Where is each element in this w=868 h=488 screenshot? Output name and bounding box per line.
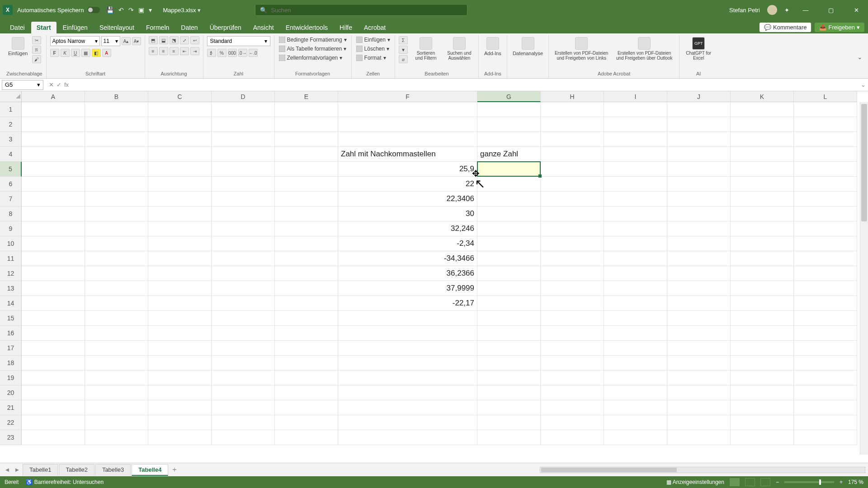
align-top-icon[interactable]: ⬒ bbox=[149, 36, 158, 44]
column-header-D[interactable]: D bbox=[212, 91, 275, 102]
column-header-J[interactable]: J bbox=[667, 91, 731, 102]
cell-D5[interactable] bbox=[212, 162, 275, 177]
row-header-10[interactable]: 10 bbox=[0, 236, 22, 251]
cell-L20[interactable] bbox=[794, 385, 857, 400]
cell-A19[interactable] bbox=[22, 371, 85, 385]
cell-G5[interactable] bbox=[477, 162, 541, 177]
cell-F19[interactable] bbox=[338, 371, 477, 385]
format-as-table-button[interactable]: Als Tabelle formatieren ▾ bbox=[278, 45, 348, 52]
italic-button[interactable]: K bbox=[61, 49, 70, 57]
cell-A9[interactable] bbox=[22, 221, 85, 236]
cell-D12[interactable] bbox=[212, 266, 275, 281]
cell-K4[interactable] bbox=[731, 147, 794, 162]
cell-G13[interactable] bbox=[477, 281, 541, 296]
cell-G21[interactable] bbox=[477, 400, 541, 415]
cell-I5[interactable] bbox=[604, 162, 667, 177]
ribbon-tab-start[interactable]: Start bbox=[31, 22, 57, 33]
cell-C14[interactable] bbox=[148, 296, 212, 311]
cell-G12[interactable] bbox=[477, 266, 541, 281]
row-header-5[interactable]: 5 bbox=[0, 162, 22, 177]
align-left-icon[interactable]: ≡ bbox=[149, 47, 158, 55]
format-cells-button[interactable]: Format ▾ bbox=[355, 54, 387, 61]
row-header-13[interactable]: 13 bbox=[0, 281, 22, 296]
row-header-19[interactable]: 19 bbox=[0, 371, 22, 385]
cell-C9[interactable] bbox=[148, 221, 212, 236]
cell-H2[interactable] bbox=[541, 117, 604, 132]
cell-F20[interactable] bbox=[338, 385, 477, 400]
redo-icon[interactable]: ↷ bbox=[128, 6, 134, 14]
spreadsheet-grid[interactable]: ABCDEFGHIJKL 123456789101112131415161718… bbox=[0, 91, 868, 463]
cell-C18[interactable] bbox=[148, 356, 212, 371]
cell-G18[interactable] bbox=[477, 356, 541, 371]
find-select-button[interactable]: Suchen und Auswählen bbox=[444, 36, 475, 61]
currency-icon[interactable]: ₿ bbox=[207, 49, 216, 57]
cell-I18[interactable] bbox=[604, 356, 667, 371]
diamond-icon[interactable]: ✦ bbox=[784, 7, 789, 14]
cell-E5[interactable] bbox=[275, 162, 338, 177]
cell-G19[interactable] bbox=[477, 371, 541, 385]
cell-H22[interactable] bbox=[541, 415, 604, 430]
cell-I1[interactable] bbox=[604, 102, 667, 117]
sheet-nav-next-icon[interactable]: ► bbox=[13, 466, 22, 473]
autosum-icon[interactable]: Σ bbox=[399, 36, 408, 44]
pdf-share-outlook-button[interactable]: Erstellen von PDF-Dateien und Freigeben … bbox=[613, 36, 675, 61]
avatar[interactable] bbox=[767, 5, 777, 15]
ribbon-tab-hilfe[interactable]: Hilfe bbox=[334, 22, 358, 33]
row-header-20[interactable]: 20 bbox=[0, 385, 22, 400]
normal-view-icon[interactable] bbox=[730, 478, 740, 486]
cell-F11[interactable]: -34,3466 bbox=[338, 251, 477, 266]
title-dropdown-icon[interactable]: ▾ bbox=[198, 7, 201, 14]
cell-A15[interactable] bbox=[22, 311, 85, 326]
row-header-3[interactable]: 3 bbox=[0, 132, 22, 147]
cell-I21[interactable] bbox=[604, 400, 667, 415]
cell-L18[interactable] bbox=[794, 356, 857, 371]
cell-K22[interactable] bbox=[731, 415, 794, 430]
border-icon[interactable]: ▦ bbox=[81, 49, 90, 57]
cell-K15[interactable] bbox=[731, 311, 794, 326]
cell-I6[interactable] bbox=[604, 177, 667, 192]
cell-K20[interactable] bbox=[731, 385, 794, 400]
column-header-A[interactable]: A bbox=[22, 91, 85, 102]
cell-K16[interactable] bbox=[731, 326, 794, 341]
cell-J2[interactable] bbox=[667, 117, 731, 132]
cell-H20[interactable] bbox=[541, 385, 604, 400]
cell-J9[interactable] bbox=[667, 221, 731, 236]
cell-F22[interactable] bbox=[338, 415, 477, 430]
align-center-icon[interactable]: ≡ bbox=[159, 47, 168, 55]
cell-E20[interactable] bbox=[275, 385, 338, 400]
cell-H18[interactable] bbox=[541, 356, 604, 371]
cell-B13[interactable] bbox=[85, 281, 148, 296]
cell-C13[interactable] bbox=[148, 281, 212, 296]
comma-icon[interactable]: 000 bbox=[228, 49, 237, 57]
cell-D8[interactable] bbox=[212, 206, 275, 221]
cell-D23[interactable] bbox=[212, 430, 275, 445]
ribbon-tab-entwicklertools[interactable]: Entwicklertools bbox=[280, 22, 333, 33]
cell-H16[interactable] bbox=[541, 326, 604, 341]
cell-J3[interactable] bbox=[667, 132, 731, 147]
cell-H12[interactable] bbox=[541, 266, 604, 281]
cell-B15[interactable] bbox=[85, 311, 148, 326]
toggle-switch-icon[interactable] bbox=[87, 7, 100, 13]
zoom-level[interactable]: 175 % bbox=[848, 479, 863, 485]
cell-K10[interactable] bbox=[731, 236, 794, 251]
cell-I10[interactable] bbox=[604, 236, 667, 251]
cell-D22[interactable] bbox=[212, 415, 275, 430]
sheet-tab-tabelle3[interactable]: Tabelle3 bbox=[95, 464, 131, 476]
column-header-E[interactable]: E bbox=[275, 91, 338, 102]
cell-K11[interactable] bbox=[731, 251, 794, 266]
save-icon[interactable]: 💾 bbox=[106, 6, 114, 14]
cell-B18[interactable] bbox=[85, 356, 148, 371]
cell-G10[interactable] bbox=[477, 236, 541, 251]
font-color-icon[interactable]: A bbox=[102, 49, 111, 57]
row-header-11[interactable]: 11 bbox=[0, 251, 22, 266]
fill-color-icon[interactable]: ◧ bbox=[92, 49, 101, 57]
cell-G15[interactable] bbox=[477, 311, 541, 326]
cell-H1[interactable] bbox=[541, 102, 604, 117]
cell-K7[interactable] bbox=[731, 192, 794, 206]
cell-E10[interactable] bbox=[275, 236, 338, 251]
cell-L2[interactable] bbox=[794, 117, 857, 132]
clear-icon[interactable]: ⌀ bbox=[399, 55, 408, 63]
cell-G11[interactable] bbox=[477, 251, 541, 266]
fill-icon[interactable]: ▼ bbox=[399, 46, 408, 54]
cell-K3[interactable] bbox=[731, 132, 794, 147]
